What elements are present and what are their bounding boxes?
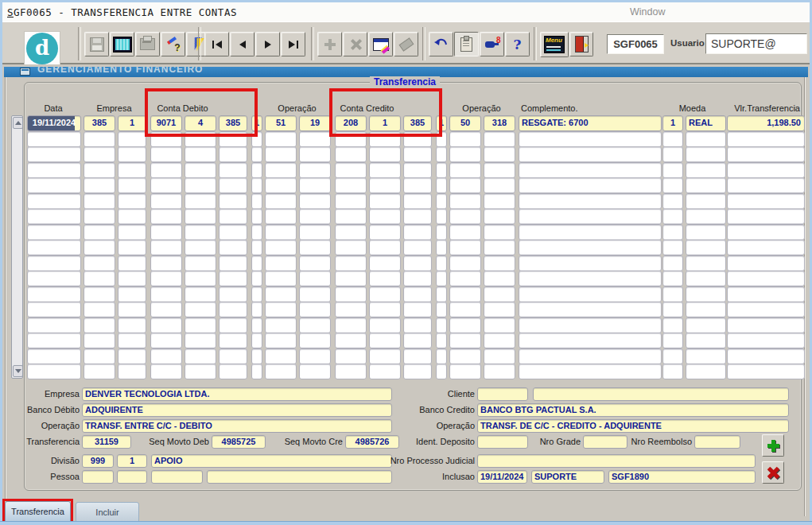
clear-record-button[interactable] xyxy=(394,32,418,56)
grid-cell-empty[interactable] xyxy=(727,193,805,209)
transferencia-field[interactable]: 31159 xyxy=(82,435,131,449)
empresa-field[interactable]: DENVER TECNOLOGIA LTDA. xyxy=(82,387,392,401)
grid-cell-empty[interactable] xyxy=(219,239,247,255)
grid-cell-empty[interactable] xyxy=(251,193,262,209)
pessoa-field-1[interactable] xyxy=(82,470,114,484)
grid-cell-empty[interactable] xyxy=(403,177,432,193)
help-button[interactable]: ? xyxy=(505,32,530,56)
grid-cell-empty[interactable] xyxy=(662,208,683,224)
grid-cell-empty[interactable] xyxy=(84,208,115,224)
grid-cell-empty[interactable] xyxy=(369,270,401,286)
grid-cell-empty[interactable] xyxy=(335,348,367,364)
grid-cell-empty[interactable] xyxy=(449,332,481,348)
operacao-credito-field[interactable]: TRANSF. DE C/C - CREDITO - ADQUIRENTE xyxy=(477,419,789,433)
grid-cell-empty[interactable] xyxy=(369,146,401,162)
grid-cell-empty[interactable] xyxy=(727,224,805,240)
grid-cell-empty[interactable] xyxy=(150,208,182,224)
banco-debito-field[interactable]: ADQUIRENTE xyxy=(82,403,392,417)
grid-cell-empty[interactable] xyxy=(265,239,297,255)
grid-cell-empty[interactable] xyxy=(449,193,481,209)
grid-cell-empty[interactable] xyxy=(27,348,81,364)
grid-cell-empty[interactable] xyxy=(686,208,726,224)
grid-cell-r1-c15[interactable]: 318 xyxy=(484,115,515,131)
grid-cell-empty[interactable] xyxy=(369,177,401,193)
grid-cell-empty[interactable] xyxy=(335,177,367,193)
grid-cell-empty[interactable] xyxy=(519,162,662,178)
grid-cell-empty[interactable] xyxy=(519,255,662,271)
grid-cell-empty[interactable] xyxy=(519,332,662,348)
grid-cell-empty[interactable] xyxy=(150,193,182,209)
grid-cell-empty[interactable] xyxy=(299,131,331,147)
grid-cell-empty[interactable] xyxy=(27,131,81,147)
grid-cell-empty[interactable] xyxy=(686,224,726,240)
grid-cell-empty[interactable] xyxy=(403,301,432,317)
grid-cell-empty[interactable] xyxy=(519,177,662,193)
grid-cell-empty[interactable] xyxy=(150,162,182,178)
grid-cell-empty[interactable] xyxy=(84,131,115,147)
grid-cell-empty[interactable] xyxy=(84,270,115,286)
grid-cell-empty[interactable] xyxy=(436,162,447,178)
grid-cell-empty[interactable] xyxy=(27,146,81,162)
grid-cell-empty[interactable] xyxy=(335,224,367,240)
first-record-button[interactable] xyxy=(204,32,229,56)
grid-cell-empty[interactable] xyxy=(118,301,146,317)
grid-cell-empty[interactable] xyxy=(118,317,146,333)
grid-cell-empty[interactable] xyxy=(449,162,481,178)
grid-cell-empty[interactable] xyxy=(727,286,805,302)
grid-cell-empty[interactable] xyxy=(403,208,432,224)
grid-cell-empty[interactable] xyxy=(27,193,81,209)
grid-cell-empty[interactable] xyxy=(436,177,447,193)
grid-cell-empty[interactable] xyxy=(185,146,216,162)
grid-cell-empty[interactable] xyxy=(265,348,297,364)
tab-incluir[interactable]: Incluir xyxy=(76,502,139,522)
grid-cell-empty[interactable] xyxy=(150,348,182,364)
grid-cell-empty[interactable] xyxy=(449,239,481,255)
seq-movto-deb-field[interactable]: 4985725 xyxy=(212,435,266,449)
grid-cell-empty[interactable] xyxy=(219,162,247,178)
grid-cell-empty[interactable] xyxy=(265,286,297,302)
grid-cell-empty[interactable] xyxy=(519,146,662,162)
screen-button[interactable] xyxy=(110,32,134,56)
grid-cell-r1-c14[interactable]: 50 xyxy=(449,115,481,131)
grid-cell-empty[interactable] xyxy=(299,193,331,209)
grid-cell-empty[interactable] xyxy=(150,239,182,255)
grid-cell-empty[interactable] xyxy=(299,224,331,240)
grid-cell-empty[interactable] xyxy=(185,162,216,178)
grid-cell-empty[interactable] xyxy=(118,332,146,348)
grid-cell-empty[interactable] xyxy=(484,224,515,240)
grid-cell-empty[interactable] xyxy=(118,255,146,271)
grid-cell-empty[interactable] xyxy=(251,332,262,348)
grid-cell-empty[interactable] xyxy=(686,286,726,302)
grid-cell-empty[interactable] xyxy=(299,208,331,224)
grid-cell-empty[interactable] xyxy=(335,301,367,317)
grid-cell-empty[interactable] xyxy=(449,270,481,286)
grid-cell-empty[interactable] xyxy=(335,364,367,379)
grid-cell-empty[interactable] xyxy=(150,364,182,379)
grid-cell-empty[interactable] xyxy=(251,255,262,271)
grid-cell-empty[interactable] xyxy=(403,162,432,178)
grid-cell-empty[interactable] xyxy=(449,208,481,224)
grid-cell-empty[interactable] xyxy=(84,193,115,209)
menu-button[interactable]: Menu xyxy=(540,32,569,57)
grid-cell-empty[interactable] xyxy=(219,364,247,379)
grid-cell-empty[interactable] xyxy=(84,177,115,193)
grid-cell-empty[interactable] xyxy=(484,286,515,302)
grid-cell-empty[interactable] xyxy=(436,224,447,240)
grid-cell-empty[interactable] xyxy=(519,317,662,333)
grid-cell-empty[interactable] xyxy=(265,317,297,333)
grid-cell-empty[interactable] xyxy=(369,162,401,178)
grid-cell-empty[interactable] xyxy=(436,270,447,286)
grid-cell-empty[interactable] xyxy=(84,348,115,364)
grid-cell-empty[interactable] xyxy=(299,239,331,255)
grid-cell-empty[interactable] xyxy=(727,131,805,147)
grid-cell-empty[interactable] xyxy=(265,131,297,147)
grid-cell-empty[interactable] xyxy=(185,239,216,255)
clipboard-button[interactable] xyxy=(454,32,479,56)
grid-cell-empty[interactable] xyxy=(251,239,262,255)
grid-cell-empty[interactable] xyxy=(335,208,367,224)
grid-cell-r1-c17[interactable]: 1 xyxy=(662,115,683,131)
grid-cell-empty[interactable] xyxy=(219,332,247,348)
grid-cell-empty[interactable] xyxy=(150,286,182,302)
grid-cell-empty[interactable] xyxy=(436,208,447,224)
grid-cell-empty[interactable] xyxy=(299,301,331,317)
